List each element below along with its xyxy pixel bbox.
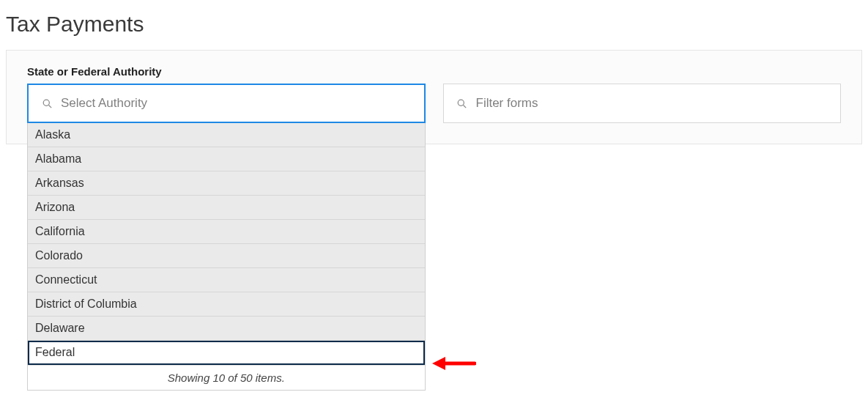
authority-search-box[interactable] [27, 84, 426, 123]
arrow-annotation [432, 352, 476, 374]
page-title: Tax Payments [0, 0, 868, 50]
authority-option[interactable]: Arkansas [28, 171, 425, 196]
svg-point-2 [458, 100, 464, 106]
authority-label: State or Federal Authority [27, 65, 841, 78]
dropdown-footer: Showing 10 of 50 items. [28, 365, 425, 390]
search-icon [457, 98, 467, 108]
forms-column [443, 84, 842, 123]
filter-forms-box[interactable] [443, 84, 842, 123]
svg-point-0 [43, 100, 49, 106]
filter-panel: State or Federal Authority AlaskaAlabama… [6, 50, 862, 144]
svg-line-1 [48, 105, 51, 108]
authority-option[interactable]: California [28, 220, 425, 244]
svg-marker-5 [432, 357, 445, 370]
authority-column: AlaskaAlabamaArkansasArizonaCaliforniaCo… [27, 84, 426, 123]
authority-option[interactable]: Colorado [28, 244, 425, 268]
authority-option[interactable]: District of Columbia [28, 292, 425, 317]
authority-dropdown: AlaskaAlabamaArkansasArizonaCaliforniaCo… [27, 123, 426, 391]
authority-option[interactable]: Federal [28, 341, 425, 365]
authority-input[interactable] [61, 96, 411, 111]
authority-option[interactable]: Connecticut [28, 268, 425, 292]
authority-option[interactable]: Delaware [28, 317, 425, 341]
svg-line-3 [464, 105, 467, 108]
authority-option[interactable]: Arizona [28, 196, 425, 220]
filter-forms-input[interactable] [476, 96, 828, 111]
authority-option[interactable]: Alabama [28, 147, 425, 171]
authority-option[interactable]: Alaska [28, 123, 425, 147]
search-icon [42, 98, 52, 108]
